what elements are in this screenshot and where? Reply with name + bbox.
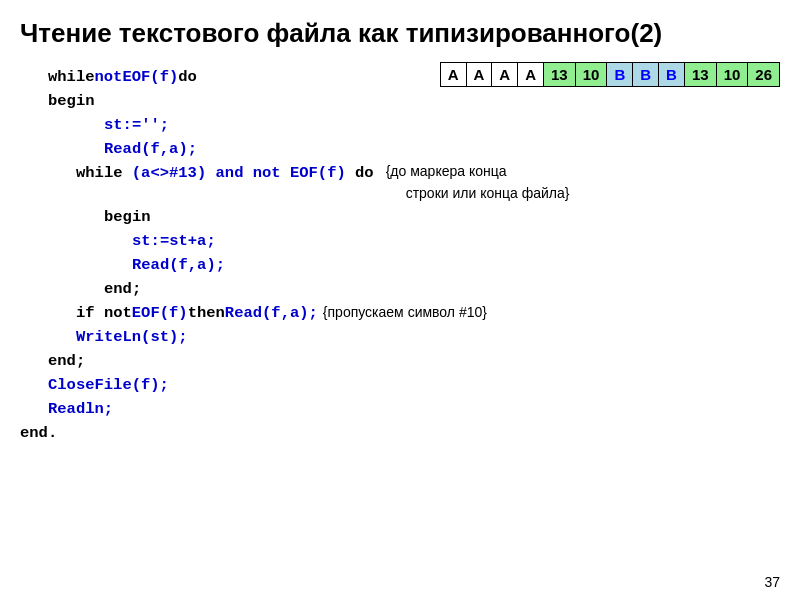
code-line-13: CloseFile(f); [20,373,780,397]
code-block: while not EOF(f) do begin st:=''; Read(f… [20,65,780,445]
fn-closefile: CloseFile(f); [48,373,169,397]
kw-begin-1: begin [48,89,95,113]
fn-read-1: Read(f,a); [104,137,197,161]
fn-read-2: Read(f,a); [132,253,225,277]
fn-eof-1: EOF(f) [122,65,178,89]
kw-end-1: end; [104,277,141,301]
kw-then: then [188,301,225,325]
comment-line-1a: {до маркера конца [386,161,570,183]
code-line-2: begin [20,89,780,113]
kw-end-final: end. [20,421,57,445]
code-line-8: Read(f,a); [20,253,780,277]
code-line-15: end. [20,421,780,445]
kw-do-1: do [178,65,197,89]
fn-read-3: Read(f,a); [225,301,318,325]
code-line-10: if not EOF(f) then Read(f,a);{пропускаем… [20,301,780,325]
kw-do-2: do [346,164,374,182]
code-line-11: WriteLn(st); [20,325,780,349]
fn-eof-2: EOF(f) [290,164,346,182]
code-line-7: st:=st+a; [20,229,780,253]
comment-block-1: {до маркера конца строки или конца файла… [380,161,570,204]
fn-writeln: WriteLn(st); [76,325,188,349]
code-line-1: while not EOF(f) do [20,65,780,89]
stmt-st-concat: st:=st+a; [132,229,216,253]
code-line-14: Readln; [20,397,780,421]
expr-while2: (a<>#13) and not [132,164,290,182]
slide-title: Чтение текстового файла как типизированн… [20,18,780,49]
code-line-12: end; [20,349,780,373]
kw-while-1: while [48,65,95,89]
fn-readln: Readln; [48,397,113,421]
kw-begin-2: begin [104,205,151,229]
code-line-5: while (a<>#13) and not EOF(f) do {до мар… [20,161,780,204]
code-line-6: begin [20,205,780,229]
code-line-3: st:=''; [20,113,780,137]
stmt-st-assign: st:=''; [104,113,169,137]
code-line-4: Read(f,a); [20,137,780,161]
comment-line-1b: строки или конца файла} [386,183,570,205]
page-number: 37 [764,574,780,590]
kw-while-2: while [76,164,132,182]
slide: Чтение текстового файла как типизированн… [0,0,800,600]
kw-not-1: not [95,65,123,89]
fn-eof-3: EOF(f) [132,301,188,325]
code-line-9: end; [20,277,780,301]
comment-skip: {пропускаем символ #10} [323,302,487,324]
kw-if: if not [76,301,132,325]
kw-end-2: end; [48,349,85,373]
